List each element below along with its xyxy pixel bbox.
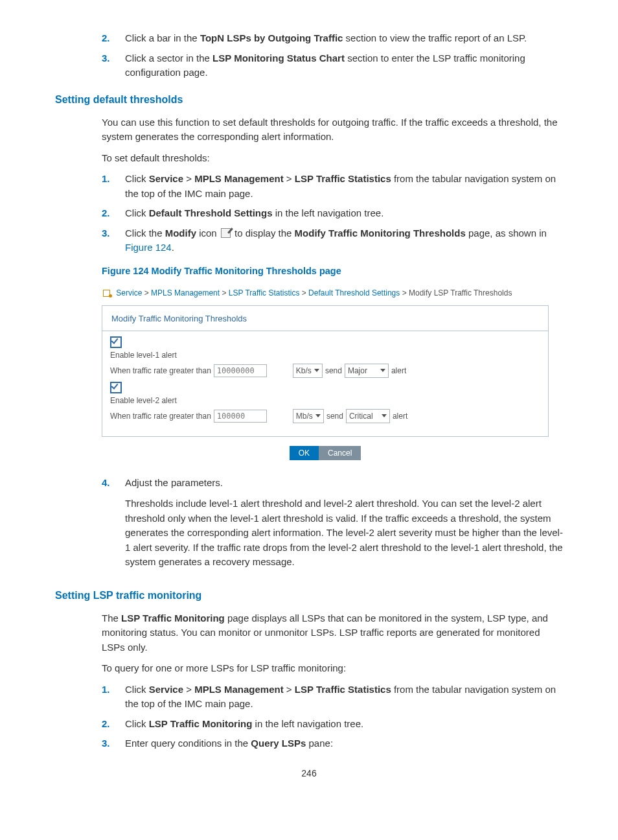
body-block: You can use this function to set default… [102, 115, 563, 255]
step-number: 3. [102, 736, 125, 751]
text: > [220, 288, 229, 298]
level1-unit-select[interactable]: Kb/s [293, 364, 323, 378]
panel-title: Modify Traffic Monitoring Thresholds [102, 306, 548, 331]
list-item: 1. Click Service > MPLS Management > LSP… [102, 172, 563, 201]
step-text: Click LSP Traffic Monitoring in the left… [125, 717, 563, 732]
list-item: 4. Adjust the parameters. Thresholds inc… [102, 476, 563, 576]
step-text: Click Default Threshold Settings in the … [125, 206, 563, 221]
breadcrumb-link[interactable]: Default Threshold Settings [308, 288, 400, 298]
step-number: 3. [102, 226, 125, 255]
list-item: 2. Click a bar in the TopN LSPs by Outgo… [102, 31, 563, 46]
breadcrumb-icon [103, 289, 111, 297]
list-item: 3. Click the Modify icon to display the … [102, 226, 563, 255]
paragraph: Thresholds include level-1 alert thresho… [125, 496, 563, 570]
chevron-down-icon [314, 369, 319, 372]
text: page, as shown in [466, 228, 547, 239]
text: Click [125, 684, 149, 695]
text: pane: [306, 738, 333, 749]
step-text: Click Service > MPLS Management > LSP Tr… [125, 682, 563, 712]
list-item: 2. Click Default Threshold Settings in t… [102, 206, 563, 221]
body-block: The LSP Traffic Monitoring page displays… [102, 611, 563, 751]
step-text: Click a sector in the LSP Monitoring Sta… [125, 51, 563, 80]
text: > [299, 288, 308, 298]
bold-text: Service [149, 684, 183, 695]
bold-text: LSP Traffic Monitoring [149, 718, 253, 729]
heading-setting-default-thresholds: Setting default thresholds [55, 92, 563, 108]
text: Click [125, 173, 149, 184]
step-number: 1. [102, 682, 125, 712]
alert-label: alert [391, 365, 406, 377]
breadcrumb-link[interactable]: LSP Traffic Statistics [229, 288, 300, 298]
bold-text: Service [149, 173, 183, 184]
text: Adjust the parameters. [125, 476, 563, 491]
text: > [183, 684, 194, 695]
step-number: 4. [102, 476, 125, 576]
text: to display the [232, 228, 295, 239]
list-item: 2. Click LSP Traffic Monitoring in the l… [102, 717, 563, 732]
level2-row: When traffic rate greater than Mb/s send… [110, 409, 540, 423]
bold-text: LSP Traffic Statistics [295, 684, 391, 695]
select-value: Major [348, 365, 367, 377]
select-value: Kb/s [296, 365, 312, 377]
text: Click a bar in the [125, 32, 200, 43]
thresholds-panel: Modify Traffic Monitoring Thresholds Ena… [102, 305, 549, 437]
step-number: 2. [102, 206, 125, 221]
level1-severity-select[interactable]: Major [345, 364, 389, 378]
level1-rate-input[interactable] [214, 364, 267, 377]
breadcrumb-link[interactable]: Service [116, 288, 142, 298]
bold-text: LSP Monitoring Status Chart [212, 52, 345, 64]
step-number: 2. [102, 31, 125, 46]
bold-text: Default Threshold Settings [149, 207, 273, 218]
level2-unit-select[interactable]: Mb/s [293, 409, 324, 423]
bold-text: Modify Traffic Monitoring Thresholds [295, 228, 466, 239]
chevron-down-icon [382, 414, 387, 417]
modify-icon [221, 228, 231, 238]
button-bar: OKCancel [102, 446, 549, 460]
step-number: 2. [102, 717, 125, 732]
text: > [400, 288, 409, 298]
step-number: 1. [102, 172, 125, 201]
step-text: Click the Modify icon to display the Mod… [125, 226, 563, 255]
text: in the left navigation tree. [252, 718, 363, 729]
step-text: Click Service > MPLS Management > LSP Tr… [125, 172, 563, 201]
text: in the left navigation tree. [273, 207, 384, 218]
bold-text: Query LSPs [251, 738, 306, 749]
heading-setting-lsp-traffic-monitoring: Setting LSP traffic monitoring [55, 588, 563, 603]
paragraph: You can use this function to set default… [102, 115, 563, 145]
level1-group: Enable level-1 alert When traffic rate g… [110, 336, 540, 378]
enable-level2-checkbox[interactable] [110, 382, 122, 393]
enable-level2-label: Enable level-2 alert [110, 395, 540, 406]
step-text: Enter query conditions in the Query LSPs… [125, 736, 563, 751]
page-number: 246 [55, 767, 563, 780]
bold-text: MPLS Management [194, 684, 284, 695]
text: . [172, 242, 174, 253]
body-block: 4. Adjust the parameters. Thresholds inc… [102, 476, 563, 576]
level2-rate-input[interactable] [214, 410, 267, 423]
figure-link[interactable]: Figure 124 [125, 242, 172, 253]
when-label: When traffic rate greater than [110, 365, 211, 377]
text: > [142, 288, 151, 298]
text: Click [125, 718, 149, 729]
enable-level1-checkbox[interactable] [110, 336, 122, 348]
chevron-down-icon [380, 369, 385, 372]
level2-severity-select[interactable]: Critical [346, 409, 390, 423]
text: Enter query conditions in the [125, 738, 251, 749]
text: Click a sector in the [125, 52, 212, 64]
bold-text: MPLS Management [194, 173, 284, 184]
cancel-button[interactable]: Cancel [319, 446, 361, 460]
panel-body: Enable level-1 alert When traffic rate g… [102, 331, 548, 436]
ok-button[interactable]: OK [290, 446, 319, 460]
breadcrumb-link[interactable]: MPLS Management [151, 288, 220, 298]
paragraph: The LSP Traffic Monitoring page displays… [102, 611, 563, 655]
bold-text: Modify [165, 228, 196, 239]
when-label: When traffic rate greater than [110, 410, 211, 422]
alert-label: alert [393, 410, 407, 422]
step-text: Click a bar in the TopN LSPs by Outgoing… [125, 31, 563, 46]
figure-caption: Figure 124 Modify Traffic Monitoring Thr… [102, 264, 563, 279]
text: > [284, 173, 295, 184]
text: section to view the traffic report of an… [343, 32, 527, 43]
text: icon [196, 228, 220, 239]
text: Click [125, 207, 149, 218]
text: Click the [125, 228, 165, 239]
figure-124-panel: Service > MPLS Management > LSP Traffic … [102, 285, 549, 460]
